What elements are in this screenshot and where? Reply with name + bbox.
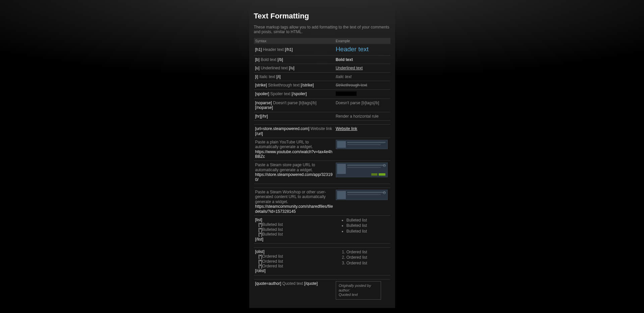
row-workshop: Paste a Steam Workshop or other user-gen… [254, 188, 390, 216]
tag-text: Quoted text [281, 281, 304, 286]
example-cell: Website link [334, 125, 390, 138]
li-text: Ordered list [262, 254, 283, 259]
example-cell: Bulleted list Bulleted list Bulleted lis… [334, 215, 390, 243]
list-item: Ordered list [346, 255, 389, 260]
example-cell [334, 89, 390, 99]
list-item: Ordered list [346, 249, 389, 255]
tag-close: [/list] [255, 237, 264, 242]
tag-close: [/spoiler] [291, 91, 307, 96]
example-bold: Bold text [336, 57, 353, 62]
syntax-cell: [u] Underlined text [/u] [254, 64, 334, 72]
formatting-table: Syntax Example [h1] Header text [/h1] He… [254, 38, 390, 302]
example-link[interactable]: Website link [336, 126, 357, 131]
youtube-url: https://www.youtube.com/watch?v=tax4e4hB… [255, 149, 332, 159]
tag-open: [b] [255, 57, 260, 62]
list-item: Bulleted list [346, 217, 389, 223]
tag-close: [/strike] [301, 83, 314, 87]
steam-icon [383, 191, 386, 194]
tag-open: [i] [255, 74, 258, 79]
syntax-cell: [list] [*]Bulleted list [*]Bulleted list… [254, 215, 334, 243]
example-cell: Originally posted by author: Quoted text [334, 279, 390, 301]
li-text: Ordered list [262, 259, 283, 264]
row-ulist: [list] [*]Bulleted list [*]Bulleted list… [254, 215, 390, 243]
row-hr: [hr][/hr] Render a horizontal rule [254, 112, 390, 120]
tag-close: [/noparse] [255, 105, 273, 110]
example-quote: Originally posted by author: Quoted text [336, 281, 381, 300]
widget-line [347, 194, 381, 195]
tag-open: [quote=author] [255, 281, 281, 286]
row-bold: [b] Bold text [/b] Bold text [254, 55, 390, 64]
example-cell: Doesn't parse [b]tags[/b] [334, 99, 390, 112]
formatting-panel: Text Formatting These markup tags allow … [249, 6, 395, 308]
col-syntax: Syntax [254, 38, 334, 44]
syntax-cell: [strike] Strikethrough text [/strike] [254, 81, 334, 89]
buy-button [379, 173, 385, 176]
tag-close: [/h1] [285, 47, 292, 52]
example-cell [334, 138, 390, 161]
widget-line [347, 165, 385, 166]
syntax-cell: Paste a Steam Workshop or other user-gen… [254, 188, 334, 216]
syntax-cell: [b] Bold text [/b] [254, 55, 334, 64]
separator [254, 121, 390, 125]
youtube-widget[interactable] [336, 140, 388, 149]
widget-thumb [337, 164, 346, 174]
syntax-cell: Paste a Steam store page URL to automati… [254, 161, 334, 184]
li-tag: [*] [259, 259, 262, 264]
list-item: Bulleted list [346, 223, 389, 228]
separator [254, 243, 390, 247]
tag-close: [/quote] [304, 281, 318, 286]
table-header-row: Syntax Example [254, 38, 390, 44]
steam-icon [383, 164, 386, 167]
tag-text: Italic text [258, 74, 276, 79]
li-text: Ordered list [262, 264, 283, 268]
example-cell: Italic text [334, 72, 390, 81]
example-cell: Ordered list Ordered list Ordered list [334, 247, 390, 275]
row-store: Paste a Steam store page URL to automati… [254, 161, 390, 184]
tag-hr: [hr][/hr] [255, 114, 268, 119]
example-cell: Render a horizontal rule [334, 112, 390, 120]
tag-open: [list] [255, 217, 262, 222]
syntax-cell: Paste a plain YouTube URL to automatical… [254, 138, 334, 161]
row-olist: [olist] [*]Ordered list [*]Ordered list … [254, 247, 390, 275]
tag-open: [u] [255, 66, 260, 70]
widget-line [347, 142, 385, 143]
syntax-cell: [h1] Header text [/h1] [254, 44, 334, 56]
page-title: Text Formatting [254, 12, 390, 20]
row-spoiler: [spoiler] Spoiler text [/spoiler] [254, 89, 390, 99]
tag-open: [url=store.steampowered.com] [255, 126, 310, 131]
workshop-desc: Paste a Steam Workshop or other user-gen… [255, 190, 326, 204]
intro-text: These markup tags allow you to add forma… [254, 25, 390, 35]
li-text: Bulleted list [262, 222, 283, 227]
tag-text: Underlined text [260, 66, 289, 70]
tag-open: [spoiler] [255, 91, 269, 96]
example-cell: Underlined text [334, 64, 390, 72]
syntax-cell: [quote=author] Quoted text [/quote] [254, 279, 334, 301]
example-cell: Header text [334, 44, 390, 56]
separator [254, 184, 390, 188]
tag-close: [/url] [255, 131, 263, 136]
row-url: [url=store.steampowered.com] Website lin… [254, 125, 390, 138]
youtube-desc: Paste a plain YouTube URL to automatical… [255, 140, 313, 149]
col-example: Example [334, 38, 390, 44]
syntax-cell: [url=store.steampowered.com] Website lin… [254, 125, 334, 138]
row-quote: [quote=author] Quoted text [/quote] Orig… [254, 279, 390, 301]
quote-header: Originally posted by author: [339, 284, 371, 292]
workshop-widget[interactable] [336, 190, 388, 200]
example-underline: Underlined text [336, 66, 363, 70]
workshop-url: https://steamcommunity.com/sharedfiles/f… [255, 204, 333, 213]
example-spoiler[interactable] [336, 91, 357, 96]
tag-open: [olist] [255, 249, 265, 254]
separator [254, 275, 390, 279]
list-item: Bulleted list [346, 229, 389, 234]
tag-text: Website link [309, 126, 332, 131]
row-noparse: [noparse] Doesn't parse [b]tags[/b] [/no… [254, 99, 390, 112]
li-tag: [*] [259, 232, 262, 237]
syntax-cell: [hr][/hr] [254, 112, 334, 120]
quote-body: Quoted text [339, 293, 358, 297]
syntax-cell: [noparse] Doesn't parse [b]tags[/b] [/no… [254, 99, 334, 112]
tag-text: Doesn't parse [b]tags[/b] [272, 101, 317, 105]
tag-text: Header text [262, 47, 285, 52]
tag-close: [/olist] [255, 268, 266, 273]
store-widget[interactable] [336, 163, 388, 177]
example-cell [334, 161, 390, 184]
